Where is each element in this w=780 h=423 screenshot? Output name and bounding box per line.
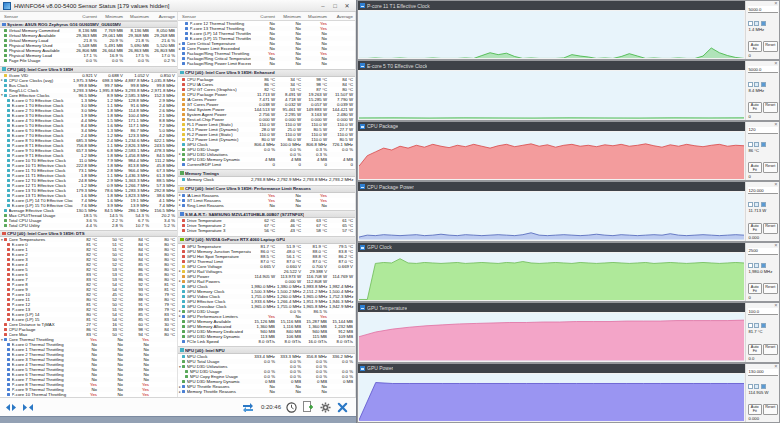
graph-titlebar[interactable]: E-core 5 T0 Effective Clock (358, 61, 745, 70)
reset-min-max-button[interactable] (241, 401, 255, 413)
graph-scale-max-input[interactable]: 100.0 (748, 308, 778, 315)
sensor-group-header[interactable]: NPU [#0]: Intel NPU (178, 346, 355, 354)
temp-sensor-icon (182, 78, 185, 81)
sensor-group-header[interactable]: S.M.A.R.T.: SAMSUNG MZVL41T0HBLB-00B07 (… (178, 210, 355, 218)
reset-button[interactable]: Reset (763, 162, 778, 173)
sensor-value-minimum: 8.0 GT/s (277, 339, 303, 344)
reset-button[interactable]: Reset (763, 223, 778, 234)
graph-titlebar[interactable]: CPU Package Power (358, 182, 745, 191)
close-x-icon (337, 402, 348, 413)
reset-button[interactable]: Reset (763, 102, 778, 113)
auto-fit-button[interactable]: Auto Fit (748, 102, 763, 113)
graph-window: E-core 5 T0 Effective Clock×5000.08.4 MH… (357, 60, 780, 120)
mem-sensor-icon (4, 44, 7, 47)
logging-clock-button[interactable] (284, 401, 298, 413)
sensor-group-header[interactable]: CPU [#0]: Intel Core Ultra 9 185H (0, 66, 177, 73)
warn-sensor-icon (182, 128, 185, 131)
graph-scale-min: 0.0 (748, 355, 778, 362)
clock-sensor-icon (4, 79, 7, 82)
graph-window-icon (360, 63, 365, 68)
sensor-row[interactable]: Package/Ring Power Limit ExceededNoNoNo (178, 61, 355, 66)
sensor-value-current: No (251, 61, 277, 66)
close-button[interactable]: ✕ (341, 1, 353, 11)
sensor-row[interactable]: ▸Memory Throttle ReasonsNoNoNo (178, 389, 355, 394)
graph-scale-max-input[interactable]: 5000.0 (748, 66, 778, 73)
graph-titlebar[interactable]: GPU Temperature (358, 303, 745, 312)
auto-fit-button[interactable]: Auto Fit (748, 344, 763, 355)
reset-button[interactable]: Reset (763, 344, 778, 355)
expand-columns-button[interactable] (21, 401, 35, 413)
sensor-value-average: 57 °C (329, 228, 355, 233)
sensor-group-label: CPU [#0]: Intel Core Ultra 9 185H: Enhan… (185, 70, 275, 75)
sensor-row[interactable]: Page File Usage0.0 %0.0 %0.0 %0.2 % (0, 58, 177, 63)
column-header-current[interactable]: Current (251, 14, 277, 19)
sensor-row[interactable]: ▸Ring Limit ReasonsNoNoNo (178, 203, 355, 208)
graph-scale-max-input[interactable]: 130.000 (748, 369, 778, 376)
maximize-button[interactable]: □ (329, 1, 341, 11)
graph-titlebar[interactable]: GPU Power (358, 364, 745, 373)
sensor-row[interactable]: PCIe Link Speed8.0 GT/s8.0 GT/s16.0 GT/s… (178, 339, 355, 344)
minimize-button[interactable]: – (317, 1, 329, 11)
reset-button[interactable]: Reset (763, 404, 778, 415)
graph-titlebar[interactable]: CPU Package (358, 122, 745, 131)
graph-scale-max-input[interactable]: 5000.0 (748, 6, 778, 13)
clock-sensor-icon (7, 164, 10, 167)
graph-titlebar[interactable]: GPU Clock (358, 243, 745, 252)
column-header-minimum[interactable]: Minimum (99, 14, 125, 19)
graph-titlebar[interactable]: P-core 11 T1 Effective Clock (358, 1, 745, 10)
sensor-row[interactable]: Drive Temperature 356 °C43 °C58 °C57 °C (178, 228, 355, 233)
graph-plot (359, 374, 744, 421)
sensor-value-minimum: No (277, 389, 303, 394)
auto-fit-button[interactable]: Auto Fit (748, 223, 763, 234)
graph-title: GPU Temperature (367, 305, 407, 311)
graph-scale-max-input[interactable]: 120.000 (748, 187, 778, 194)
sensor-group-icon (180, 187, 184, 191)
sensor-group-header[interactable]: CPU [#0]: Intel Core Ultra 9 185H: Perfo… (178, 185, 355, 193)
settings-button[interactable] (318, 401, 332, 413)
shrink-columns-button[interactable] (4, 401, 18, 413)
column-header-current[interactable]: Current (73, 14, 99, 19)
sensor-group-header[interactable]: CPU [#0]: Intel Core Ultra 9 185H: DTS (0, 230, 177, 237)
auto-fit-button[interactable]: Auto Fit (748, 41, 763, 52)
clock-sensor-icon (4, 84, 7, 87)
sensor-row[interactable]: Memory Clock2,793.8 MHz2,792.9 MHz2,793.… (178, 177, 355, 182)
info-sensor-icon (185, 27, 188, 30)
sensor-row[interactable]: Current/EDP Limit0000 (178, 162, 355, 167)
sensor-group-header[interactable]: Memory Timings (178, 169, 355, 177)
sensor-group-header[interactable]: CPU [#0]: Intel Core Ultra 9 185H: Enhan… (178, 69, 355, 77)
auto-fit-button[interactable]: Auto Fit (748, 283, 763, 294)
info-sensor-icon (7, 353, 10, 356)
sensor-group-header[interactable]: GPU [#0]: NVIDIA GeForce RTX 4060 Laptop… (178, 236, 355, 244)
sensor-value-maximum: No (303, 61, 329, 66)
auto-fit-button[interactable]: Auto Fit (748, 162, 763, 173)
graph-scale-min: 0 (748, 294, 778, 301)
graph-scale-min: 0.000 (748, 415, 778, 422)
window-titlebar[interactable]: HWiNFO64 v8.00-5400 Sensor Status [179 v… (0, 0, 356, 12)
reset-button[interactable]: Reset (763, 283, 778, 294)
close-sensors-button[interactable] (335, 401, 349, 413)
temp-sensor-icon (182, 88, 185, 91)
column-header-minimum[interactable]: Minimum (277, 14, 303, 19)
info-sensor-icon (7, 368, 10, 371)
sensor-value-current: 2,793.8 MHz (251, 177, 277, 182)
column-header-average[interactable]: Average (329, 14, 355, 19)
graph-scale-max-input[interactable]: 120 (748, 127, 778, 134)
sensor-value-maximum: 2,793.8 MHz (303, 177, 329, 182)
column-header-maximum[interactable]: Maximum (125, 14, 151, 19)
sensor-row[interactable]: Total CPU Utility4.4 %2.8 %10.7 %5.2 % (0, 223, 177, 228)
column-header-sensor[interactable]: Sensor (0, 14, 73, 19)
column-header-average[interactable]: Average (151, 14, 177, 19)
clock-sensor-icon (4, 209, 7, 212)
column-header-sensor[interactable]: Sensor (178, 14, 251, 19)
report-button[interactable] (301, 401, 315, 413)
reset-button[interactable]: Reset (763, 41, 778, 52)
graph-window-icon (360, 124, 365, 129)
clock-sensor-icon (7, 199, 10, 202)
sensor-status-window: HWiNFO64 v8.00-5400 Sensor Status [179 v… (0, 0, 357, 423)
graph-scale-max-input[interactable]: 2500 (748, 248, 778, 255)
auto-fit-button[interactable]: Auto Fit (748, 404, 763, 415)
graph-current-value: 114.905 W (748, 389, 778, 396)
sensor-group-header[interactable]: System: ASUS ROG Zephyrus G16 GU605MV_GU… (0, 21, 177, 28)
column-header-maximum[interactable]: Maximum (303, 14, 329, 19)
clock-sensor-icon (182, 305, 185, 308)
